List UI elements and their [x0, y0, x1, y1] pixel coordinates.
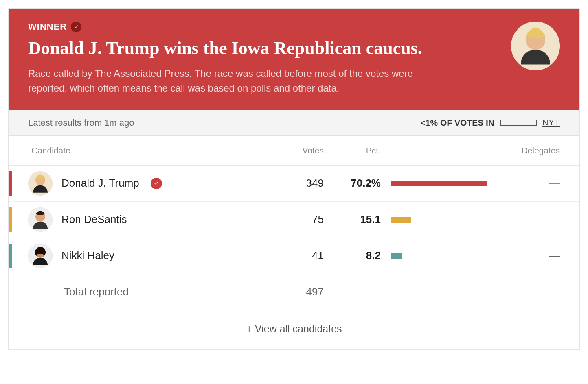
table-header: Candidate Votes Pct. Delegates [9, 136, 579, 166]
votes-value: 349 [250, 177, 324, 190]
candidate-avatar [28, 207, 53, 232]
delegates-value: — [487, 177, 560, 190]
winner-photo [511, 22, 560, 70]
pct-value: 15.1 [324, 213, 381, 226]
candidate-name: Donald J. Trump [61, 177, 139, 190]
row-stripe [9, 171, 12, 196]
view-all-candidates-button[interactable]: + View all candidates [9, 310, 579, 350]
progress-bar-icon [500, 120, 537, 126]
banner-text-block: WINNER Donald J. Trump wins the Iowa Rep… [28, 22, 511, 96]
candidate-name: Ron DeSantis [61, 213, 127, 226]
headline: Donald J. Trump wins the Iowa Republican… [28, 38, 495, 59]
pct-value: 70.2% [324, 177, 381, 190]
col-delegates: Delegates [487, 146, 560, 155]
pct-bar-cell [381, 217, 487, 223]
row-stripe [9, 207, 12, 232]
col-votes: Votes [250, 146, 324, 155]
pct-bar [391, 181, 487, 186]
col-candidate: Candidate [12, 146, 250, 155]
status-bar: Latest results from 1m ago <1% OF VOTES … [9, 110, 579, 136]
candidate-avatar [28, 244, 53, 268]
pct-value: 8.2 [324, 249, 381, 262]
candidate-row: Nikki Haley 41 8.2 — [9, 238, 579, 274]
latest-results-text: Latest results from 1m ago [28, 118, 134, 128]
votes-value: 41 [250, 249, 324, 262]
pct-bar [391, 217, 411, 223]
candidate-name: Nikki Haley [61, 249, 114, 262]
subtext: Race called by The Associated Press. The… [28, 66, 443, 96]
pct-bar-cell [381, 181, 487, 186]
candidate-row: Ron DeSantis 75 15.1 — [9, 202, 579, 238]
row-stripe [9, 244, 12, 268]
candidate-row: Donald J. Trump 349 70.2% — [9, 166, 579, 202]
percent-votes-in: <1% OF VOTES IN [421, 118, 494, 128]
total-row: Total reported 497 [9, 274, 579, 310]
winner-label: WINNER [28, 22, 67, 32]
votes-value: 75 [250, 213, 324, 226]
candidate-avatar [28, 171, 53, 196]
pct-bar-cell [381, 253, 487, 259]
winner-banner: WINNER Donald J. Trump wins the Iowa Rep… [9, 9, 579, 110]
delegates-value: — [487, 249, 560, 262]
col-pct: Pct. [324, 146, 381, 155]
votes-in-block: <1% OF VOTES IN NYT [421, 118, 560, 128]
winner-label-row: WINNER [28, 22, 495, 32]
total-label: Total reported [12, 286, 250, 298]
candidate-cell: Ron DeSantis [12, 207, 250, 232]
results-card: WINNER Donald J. Trump wins the Iowa Rep… [8, 8, 580, 350]
total-value: 497 [250, 286, 324, 298]
candidate-cell: Donald J. Trump [12, 171, 250, 196]
delegates-value: — [487, 213, 560, 226]
candidate-cell: Nikki Haley [12, 244, 250, 268]
winner-check-icon [151, 178, 162, 189]
source-link[interactable]: NYT [542, 118, 560, 127]
winner-check-icon [71, 22, 81, 32]
pct-bar [391, 253, 402, 259]
